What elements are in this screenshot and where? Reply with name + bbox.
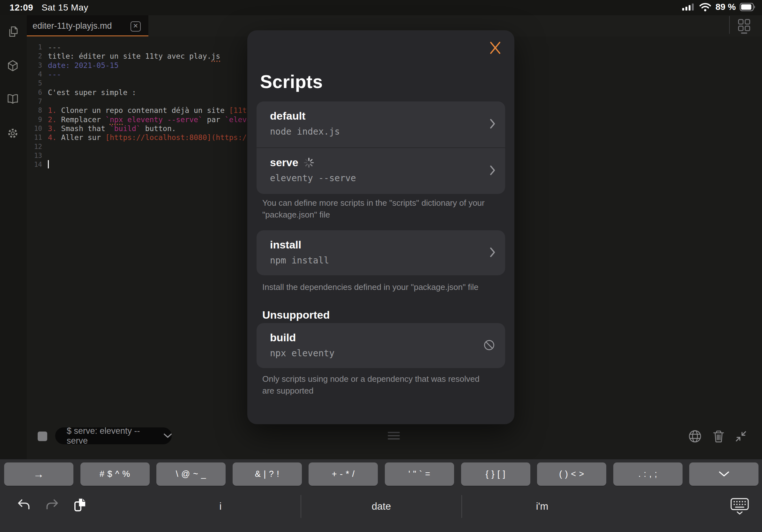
key-symbols-3[interactable]: & | ? !	[233, 462, 302, 486]
install-card: install npm install	[257, 230, 505, 275]
line-number: 1	[27, 43, 42, 52]
battery-percent: 89 %	[716, 2, 736, 12]
line-number: 8	[27, 106, 42, 115]
docs-book-icon[interactable]	[6, 93, 19, 105]
tabstrip-divider	[729, 16, 730, 34]
settings-gear-icon[interactable]	[6, 127, 19, 140]
line-number: 12	[27, 142, 42, 151]
chevron-right-icon	[490, 247, 495, 259]
keyboard-keys: →# $ ^ %\ @ ~ _& | ? !+ - * /' " ` ={ } …	[4, 462, 758, 486]
scripts-note: You can define more scripts in the "scri…	[262, 197, 493, 221]
key-symbols-7[interactable]: ( ) < >	[537, 462, 606, 486]
unsupported-note: Only scripts using node or a dependency …	[262, 373, 493, 397]
script-row-serve[interactable]: serve eleventy	[257, 147, 505, 194]
line-number: 3	[27, 61, 42, 70]
packages-icon[interactable]	[6, 59, 19, 72]
tab-title: editer-11ty-playjs.md	[33, 21, 112, 31]
suggestion-i[interactable]: i	[140, 495, 301, 518]
stop-script-button[interactable]	[38, 432, 47, 441]
key-symbols-5[interactable]: ' " ` =	[385, 462, 454, 486]
script-name: build	[270, 331, 296, 344]
spinner-icon	[303, 157, 314, 168]
chevron-down-icon	[164, 433, 172, 438]
keyboard-dismiss-icon[interactable]	[730, 497, 749, 516]
line-number: 2	[27, 52, 42, 61]
status-time: 12:09	[10, 3, 33, 13]
suggestion-bar: idatei'm	[140, 495, 622, 518]
script-name: default	[270, 110, 305, 122]
paste-icon[interactable]	[73, 498, 87, 512]
script-command: npm install	[270, 255, 329, 266]
line-number: 5	[27, 79, 42, 88]
scripts-card: default node index.js serve	[257, 101, 505, 194]
line-number: 14	[27, 160, 42, 169]
script-row-build: build npx eleventy	[257, 323, 505, 368]
script-name: serve	[270, 156, 298, 169]
chevron-down-icon	[719, 471, 729, 477]
trash-icon[interactable]	[712, 429, 725, 443]
grid-layout-icon[interactable]	[736, 19, 752, 34]
script-command: node index.js	[270, 126, 340, 137]
run-script-label: $ serve: eleventy --serve	[67, 426, 159, 446]
status-date: Sat 15 May	[41, 3, 88, 13]
tab-close-icon[interactable]: ✕	[130, 21, 141, 32]
unsupported-card: build npx eleventy	[257, 323, 505, 368]
line-number: 6	[27, 88, 42, 97]
line-number: 13	[27, 151, 42, 160]
line-number: 11	[27, 133, 42, 142]
status-bar: 12:09Sat 15 May 89 %	[0, 0, 762, 15]
suggestion-i'm[interactable]: i'm	[461, 495, 622, 518]
keyboard-accessory: →# $ ^ %\ @ ~ _& | ? !+ - * /' " ` ={ } …	[0, 459, 762, 532]
line-number: 7	[27, 97, 42, 106]
line-number: 9	[27, 115, 42, 124]
modal-title: Scripts	[260, 71, 323, 92]
chevron-right-icon	[490, 119, 495, 130]
key-dismiss-row[interactable]	[689, 462, 758, 486]
tab-editer-11ty-playjs[interactable]: editer-11ty-playjs.md ✕	[27, 15, 148, 36]
key-symbols-6[interactable]: { } [ ]	[461, 462, 530, 486]
files-icon[interactable]	[6, 25, 19, 38]
key-symbols-8[interactable]: . : , ;	[613, 462, 683, 486]
redo-icon[interactable]	[45, 499, 59, 511]
panel-drag-handle[interactable]	[388, 432, 400, 439]
script-row-default[interactable]: default node index.js	[257, 101, 505, 147]
key-symbols-4[interactable]: + - * /	[309, 462, 378, 486]
close-icon[interactable]	[488, 40, 502, 54]
scripts-modal: Scripts default node index.js serve	[247, 30, 514, 424]
sidebar	[0, 15, 27, 459]
line-number: 4	[27, 70, 42, 79]
text-cursor	[48, 160, 49, 168]
script-command: npx eleventy	[270, 348, 335, 359]
script-row-install[interactable]: install npm install	[257, 230, 505, 275]
cellular-signal-icon	[682, 2, 695, 12]
line-number: 10	[27, 124, 42, 133]
suggestion-date[interactable]: date	[301, 495, 461, 518]
script-command: eleventy --serve	[270, 173, 356, 183]
run-script-selector[interactable]: $ serve: eleventy --serve	[55, 428, 172, 444]
collapse-panel-icon[interactable]	[734, 430, 749, 444]
unsupported-header: Unsupported	[262, 309, 330, 321]
key-symbols-1[interactable]: # $ ^ %	[80, 462, 150, 486]
key-symbols-2[interactable]: \ @ ~ _	[156, 462, 226, 486]
undo-icon[interactable]	[17, 499, 31, 511]
app-screen: 12:09Sat 15 May 89 %	[0, 0, 762, 532]
chevron-right-icon	[490, 165, 495, 177]
globe-preview-icon[interactable]	[688, 429, 702, 443]
prohibited-icon	[483, 339, 495, 353]
battery-icon	[740, 3, 756, 11]
key-tab[interactable]: →	[4, 462, 73, 486]
script-name: install	[270, 238, 301, 251]
status-time-date: 12:09Sat 15 May	[10, 3, 88, 13]
install-note: Install the dependencies defined in your…	[262, 281, 493, 293]
wifi-icon	[699, 2, 712, 12]
